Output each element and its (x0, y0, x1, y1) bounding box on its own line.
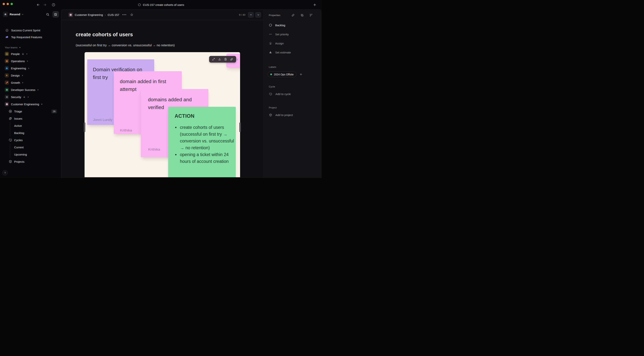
sidebar-item-top-requested-features[interactable]: Top Requested Features (0, 34, 61, 41)
sidebar-team-people[interactable]: People (0, 50, 61, 57)
lock-icon (22, 53, 24, 55)
copy-issue-id-button[interactable] (300, 14, 304, 17)
issue-title[interactable]: create cohorts of users (76, 32, 264, 38)
assignee-row[interactable]: Assign (264, 39, 321, 48)
more-options-button[interactable]: ••• (122, 13, 127, 17)
chevron-right-icon (27, 96, 29, 98)
add-to-cycle-label: Add to cycle (276, 92, 291, 96)
sticky-note-author: Jonni Lundy (93, 118, 112, 122)
action-note-title: ACTION (168, 107, 236, 119)
copy-image-button[interactable] (224, 58, 227, 61)
assignee-label: Assign (275, 42, 284, 45)
status-row[interactable]: Backlog (264, 21, 321, 30)
window-title: CUS-157 create cohorts of users (0, 0, 322, 10)
priority-row[interactable]: Set priority (264, 30, 321, 39)
lightning-icon (5, 73, 9, 77)
sidebar-item-active[interactable]: Active (10, 122, 61, 129)
previous-issue-button[interactable] (248, 12, 254, 18)
sidebar-team-security[interactable]: Security (0, 93, 61, 101)
copy-link-button[interactable] (230, 58, 233, 61)
chevron-right-icon (37, 89, 39, 91)
add-to-project-label: Add to project (276, 113, 293, 117)
sidebar-item-success-current-sprint[interactable]: Success Current Sprint (0, 28, 61, 34)
sidebar-item-backlog[interactable]: Backlog (10, 129, 61, 136)
pager-position: 9 / 40 (239, 14, 245, 16)
image-resize-handle-right[interactable] (239, 122, 241, 132)
new-tab-button[interactable] (312, 2, 317, 7)
workspace-logo: R (3, 12, 8, 17)
sidebar-item-label: Backlog (14, 131, 24, 134)
triangle-down-icon (41, 103, 43, 105)
new-issue-button[interactable] (52, 11, 59, 18)
issue-description[interactable]: (successful on first try → conversion vs… (76, 44, 264, 47)
rocket-icon (5, 81, 9, 85)
action-bullet: create cohorts of users (successful on f… (179, 124, 236, 151)
image-resize-handle-left[interactable] (84, 122, 85, 132)
action-note-bullets: create cohorts of users (successful on f… (168, 124, 236, 165)
issue-document: create cohorts of users (successful on f… (61, 20, 264, 178)
breadcrumb-team[interactable]: Customer Engineering (75, 13, 103, 17)
sidebar-item-label: Issues (14, 117, 22, 120)
link-icon (291, 14, 295, 17)
status-label: Backlog (275, 24, 285, 27)
breadcrumb-issue-id[interactable]: CUS-157 (108, 13, 119, 17)
chevron-right-icon (22, 75, 24, 76)
copy-issue-link-button[interactable] (291, 14, 295, 17)
id-card-icon (5, 52, 9, 56)
clipboard-icon (224, 58, 227, 61)
add-label-button[interactable] (299, 73, 302, 76)
sidebar-item-projects[interactable]: Projects (0, 158, 61, 165)
sidebar-item-cycles[interactable]: Cycles (0, 136, 61, 144)
sidebar-team-engineering[interactable]: Engineering (0, 65, 61, 72)
properties-header: Properties (264, 10, 321, 21)
workspace-switcher[interactable]: R Resend (3, 11, 59, 18)
sidebar-scroll-area[interactable]: Success Current Sprint Top Requested Fea… (0, 28, 61, 167)
download-icon (218, 58, 221, 61)
labels-section-header: Labels (264, 66, 321, 68)
properties-panel: Properties Backlog (264, 10, 321, 178)
smiley-icon (5, 102, 9, 106)
cycles-icon (8, 138, 12, 142)
issue-header: Customer Engineering › CUS-157 ••• 9 / 4… (61, 10, 264, 20)
sidebar-item-upcoming[interactable]: Upcoming (10, 151, 61, 158)
sidebar-team-design[interactable]: Design (0, 72, 61, 79)
help-label: ? (4, 171, 6, 174)
label-pill-text: 2024 Ops Offsite (274, 73, 294, 76)
label-pill-2024-ops-offsite[interactable]: 2024 Ops Offsite (268, 71, 296, 77)
sidebar-item-views[interactable]: Views (0, 165, 61, 167)
sidebar-team-growth[interactable]: Growth (0, 79, 61, 86)
add-to-project-row[interactable]: Add to project (264, 111, 321, 119)
whiteboard-image[interactable]: hi Domain verification on first try Jonn… (84, 52, 240, 177)
triage-count-badge: 26 (51, 109, 57, 113)
assign-person-icon (269, 42, 272, 45)
chevron-down-icon (257, 14, 260, 16)
main-card: Customer Engineering › CUS-157 ••• 9 / 4… (61, 10, 321, 178)
linear-app-window: CUS-157 create cohorts of users R Resend… (0, 0, 322, 178)
chevron-right-icon (26, 53, 28, 55)
download-image-button[interactable] (218, 58, 221, 61)
sidebar-item-label: Current (14, 146, 24, 149)
expand-image-button[interactable] (212, 58, 215, 61)
sidebar-team-operations[interactable]: Operations (0, 57, 61, 65)
sidebar-item-triage[interactable]: Triage 26 (0, 108, 61, 115)
git-branch-button[interactable] (309, 14, 313, 17)
favorite-star-button[interactable] (130, 13, 134, 17)
no-priority-icon (269, 33, 272, 36)
sidebar-team-customer-engineering[interactable]: Customer Engineering (0, 101, 61, 108)
your-teams-header[interactable]: Your teams (0, 45, 61, 50)
sidebar-team-developer-success[interactable]: Developer Success (0, 86, 61, 93)
sidebar-item-issues[interactable]: Issues (0, 115, 61, 122)
triangle-down-icon (19, 47, 21, 48)
cycles-subgroup: Current Upcoming (10, 144, 61, 158)
next-issue-button[interactable] (255, 12, 261, 18)
star-struck-emoji-icon (5, 88, 9, 92)
help-button[interactable]: ? (2, 170, 8, 175)
sidebar-item-current[interactable]: Current (10, 144, 61, 151)
blue-lock-icon (5, 66, 9, 70)
search-button[interactable] (46, 13, 50, 16)
add-to-cycle-row[interactable]: Add to cycle (264, 90, 321, 98)
estimate-row[interactable]: Set estimate (264, 48, 321, 57)
sidebar: R Resend Success Current Sprint Top Requ… (0, 10, 61, 178)
cycle-section-header: Cycle (264, 85, 321, 88)
megaphone-icon (5, 35, 9, 39)
